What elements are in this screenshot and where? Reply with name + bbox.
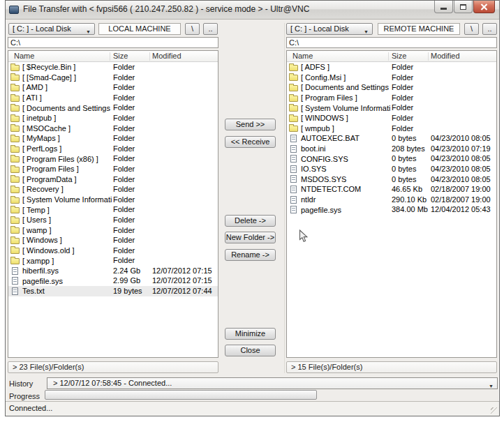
column-header-size[interactable]: Size <box>113 52 128 60</box>
file-row[interactable]: pagefile.sys384.00 Mb12/04/2012 05:43 <box>287 204 496 215</box>
file-row[interactable]: [ Program Files (x86) ]Folder <box>8 153 218 164</box>
file-name: CONFIG.SYS <box>289 153 390 164</box>
file-size: Folder <box>392 124 413 133</box>
file-row[interactable]: [ wamp ]Folder <box>8 225 218 236</box>
file-modified: 04/23/2010 07:19 <box>431 144 491 153</box>
file-row[interactable]: [ Temp ]Folder <box>8 204 218 215</box>
file-row[interactable]: [ Recovery ]Folder <box>8 184 218 195</box>
file-name: ntldr <box>289 195 390 205</box>
column-separator <box>428 52 429 61</box>
file-name: [ Documents and Settings ] <box>10 103 112 113</box>
remote-root-button[interactable]: \ <box>464 23 479 35</box>
file-row[interactable]: [ Documents and Settings ]Folder <box>287 82 496 93</box>
column-header-modified[interactable]: Modified <box>152 52 181 60</box>
column-header-name[interactable]: Name <box>292 52 313 60</box>
file-icon <box>290 155 297 163</box>
file-row[interactable]: [ System Volume Informati... ]Folder <box>287 103 496 113</box>
file-row[interactable]: Tes.txt19 bytes12/07/2012 07:44 <box>8 286 218 296</box>
titlebar[interactable]: File Transfer with < fvpsi566 ( 210.247.… <box>6 1 499 20</box>
file-row[interactable]: [ MyMaps ]Folder <box>8 133 218 144</box>
folder-icon <box>10 207 20 213</box>
file-row[interactable]: [ AMD ]Folder <box>8 82 218 93</box>
file-row[interactable]: MSDOS.SYS0 bytes04/23/2010 08:05 <box>287 174 496 185</box>
file-icon <box>12 267 18 275</box>
window-maximize-button[interactable] <box>454 1 473 13</box>
file-row[interactable]: [ ATI ]Folder <box>8 93 218 103</box>
local-path-field[interactable]: C:\ <box>8 37 218 48</box>
file-row[interactable]: [ Windows ]Folder <box>8 235 218 246</box>
file-name: [ $Recycle.Bin ] <box>10 62 112 73</box>
window-title: File Transfer with < fvpsi566 ( 210.247.… <box>23 4 309 16</box>
column-header-name[interactable]: Name <box>14 52 34 60</box>
file-row[interactable]: NTDETECT.COM46.65 Kb02/18/2007 19:00 <box>287 184 496 195</box>
file-name: MSDOS.SYS <box>289 174 390 185</box>
folder-icon <box>10 197 20 204</box>
column-header-modified[interactable]: Modified <box>431 52 460 60</box>
receive-button[interactable]: << Receive <box>225 136 276 148</box>
file-row[interactable]: [ Program Files ]Folder <box>287 93 496 103</box>
rename-button[interactable]: Rename -> <box>225 249 276 261</box>
window-close-button[interactable] <box>473 1 495 13</box>
new-folder-button[interactable]: New Folder -> <box>225 232 276 243</box>
delete-button[interactable]: Delete -> <box>225 215 276 227</box>
file-name: [ [Smad-Cage] ] <box>10 73 112 83</box>
folder-icon <box>10 218 20 224</box>
file-row[interactable]: AUTOEXEC.BAT0 bytes04/23/2010 08:05 <box>287 133 496 144</box>
file-row[interactable]: [ inetpub ]Folder <box>8 113 218 123</box>
history-dropdown[interactable]: > 12/07/12 07:58:45 - Connected... ▼ <box>47 377 498 389</box>
file-row[interactable]: [ Config.Msi ]Folder <box>287 73 496 83</box>
local-file-list: Name Size Modified [ $Recycle.Bin ]Folde… <box>8 50 218 358</box>
file-row[interactable]: [ System Volume Informati... ]Folder <box>8 195 218 205</box>
local-up-button[interactable]: .. <box>203 23 218 35</box>
file-row[interactable]: boot.ini208 bytes04/23/2010 07:19 <box>287 144 496 154</box>
file-row[interactable]: [ $Recycle.Bin ]Folder <box>8 62 218 73</box>
file-name: boot.ini <box>289 144 390 154</box>
remote-path-field[interactable]: C:\ <box>286 37 497 48</box>
file-row[interactable]: [ wmpub ]Folder <box>287 123 496 134</box>
file-name: pagefile.sys <box>10 276 112 286</box>
remote-drive-select[interactable]: [ C: ] - Local Disk ▼ <box>286 23 373 35</box>
file-row[interactable]: [ MSOCache ]Folder <box>8 123 218 134</box>
file-size: 0 bytes <box>392 175 416 183</box>
transfer-close-button[interactable]: Close <box>225 345 276 356</box>
transfer-minimize-button[interactable]: Minimize <box>225 328 276 340</box>
file-name: [ Users ] <box>10 215 112 225</box>
folder-icon <box>289 96 298 102</box>
file-row[interactable]: [ Windows.old ]Folder <box>8 246 218 256</box>
file-row[interactable]: [ ProgramData ]Folder <box>8 174 218 185</box>
file-row[interactable]: [ PerfLogs ]Folder <box>8 144 218 154</box>
folder-icon <box>10 105 20 112</box>
file-row[interactable]: [ [Smad-Cage] ]Folder <box>8 73 218 83</box>
send-button[interactable]: Send >> <box>225 119 276 130</box>
local-drive-select[interactable]: [ C: ] - Local Disk ▼ <box>8 23 95 35</box>
file-row[interactable]: [ Documents and Settings ]Folder <box>8 103 218 113</box>
file-size: Folder <box>113 256 135 264</box>
file-row[interactable]: ntldr290.10 Kb02/18/2007 19:00 <box>287 195 496 205</box>
file-size: Folder <box>113 73 135 82</box>
file-row[interactable]: pagefile.sys2.99 Gb12/07/2012 07:15 <box>8 276 218 286</box>
file-row[interactable]: [ xampp ]Folder <box>8 255 218 266</box>
file-name: [ MyMaps ] <box>10 133 112 144</box>
remote-rows: [ ADFS ]Folder[ Config.Msi ]Folder[ Docu… <box>287 62 496 215</box>
file-row[interactable]: [ Users ]Folder <box>8 215 218 225</box>
file-row[interactable]: IO.SYS0 bytes04/23/2010 08:05 <box>287 164 496 174</box>
resize-grip-icon[interactable] <box>491 407 498 414</box>
remote-file-list: Name Size Modified [ ADFS ]Folder[ Confi… <box>286 50 497 358</box>
file-name: [ xampp ] <box>10 255 112 266</box>
file-name: [ AMD ] <box>10 82 112 93</box>
file-name: [ System Volume Informati... ] <box>10 195 112 205</box>
remote-up-button[interactable]: .. <box>482 23 497 35</box>
file-row[interactable]: [ ADFS ]Folder <box>287 62 496 73</box>
local-root-button[interactable]: \ <box>185 23 200 35</box>
column-header-size[interactable]: Size <box>392 52 406 60</box>
file-row[interactable]: [ WINDOWS ]Folder <box>287 113 496 123</box>
folder-icon <box>10 187 20 193</box>
file-row[interactable]: [ Program Files ]Folder <box>8 164 218 174</box>
file-size: 0 bytes <box>392 154 416 163</box>
window-minimize-button[interactable] <box>434 1 453 13</box>
file-row[interactable]: CONFIG.SYS0 bytes04/23/2010 08:05 <box>287 153 496 164</box>
minimize-icon <box>440 8 447 10</box>
folder-icon <box>10 85 20 91</box>
file-row[interactable]: hiberfil.sys2.24 Gb12/07/2012 07:15 <box>8 266 218 276</box>
folder-icon <box>10 65 20 71</box>
